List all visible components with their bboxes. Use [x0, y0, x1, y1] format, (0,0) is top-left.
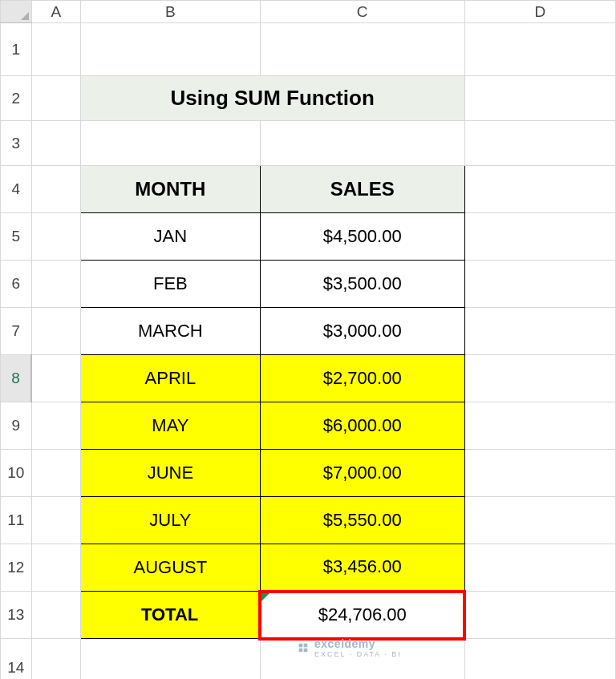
cell-A13[interactable] [31, 592, 80, 639]
col-header-C[interactable]: C [260, 1, 464, 23]
col-header-B[interactable]: B [80, 1, 260, 23]
cell-month-6[interactable]: JULY [80, 497, 260, 544]
cell-month-2[interactable]: MARCH [80, 308, 260, 355]
cell-month-5[interactable]: JUNE [80, 450, 260, 497]
cell-month-4[interactable]: MAY [80, 402, 260, 450]
cell-sales-4[interactable]: $6,000.00 [260, 402, 464, 450]
total-label[interactable]: TOTAL [80, 592, 260, 639]
row-header-9[interactable]: 9 [1, 402, 32, 450]
cell-A10[interactable] [31, 450, 80, 497]
cell-month-1[interactable]: FEB [80, 261, 260, 308]
cell-D8[interactable] [464, 355, 615, 402]
title-cell[interactable]: Using SUM Function [80, 76, 464, 121]
cell-sales-7[interactable]: $3,456.00 [260, 544, 464, 592]
cell-D9[interactable] [464, 402, 615, 450]
row-header-8[interactable]: 8 [1, 355, 32, 402]
watermark: exceldemy EXCEL · DATA · BI [297, 637, 402, 658]
cell-A9[interactable] [31, 402, 80, 450]
cell-D6[interactable] [464, 261, 615, 308]
row-header-1[interactable]: 1 [1, 23, 32, 76]
spreadsheet-grid[interactable]: A B C D 1 2 Using SUM Function 3 4 MONTH… [0, 0, 616, 679]
row-header-10[interactable]: 10 [1, 450, 32, 497]
row-header-12[interactable]: 12 [1, 544, 32, 592]
cell-A1[interactable] [31, 23, 80, 76]
cell-D12[interactable] [464, 544, 615, 592]
header-sales[interactable]: SALES [260, 166, 464, 213]
cell-D10[interactable] [464, 450, 615, 497]
cell-A5[interactable] [31, 213, 80, 261]
cell-sales-1[interactable]: $3,500.00 [260, 261, 464, 308]
cell-D14[interactable] [464, 639, 615, 680]
header-month[interactable]: MONTH [80, 166, 260, 213]
cell-A6[interactable] [31, 261, 80, 308]
cell-D4[interactable] [464, 166, 615, 213]
cell-sales-5[interactable]: $7,000.00 [260, 450, 464, 497]
cell-sales-3[interactable]: $2,700.00 [260, 355, 464, 402]
cell-C1[interactable] [260, 23, 464, 76]
cell-D5[interactable] [464, 213, 615, 261]
row-header-11[interactable]: 11 [1, 497, 32, 544]
row-header-4[interactable]: 4 [1, 166, 32, 213]
cell-D7[interactable] [464, 308, 615, 355]
cell-B3[interactable] [80, 121, 260, 166]
cell-A8[interactable] [31, 355, 80, 402]
row-header-13[interactable]: 13 [1, 592, 32, 639]
cell-A11[interactable] [31, 497, 80, 544]
cell-C3[interactable] [260, 121, 464, 166]
row-header-6[interactable]: 6 [1, 261, 32, 308]
cell-A12[interactable] [31, 544, 80, 592]
cell-month-0[interactable]: JAN [80, 213, 260, 261]
total-value[interactable]: $24,706.00 [260, 592, 464, 639]
cell-D13[interactable] [464, 592, 615, 639]
cell-A3[interactable] [31, 121, 80, 166]
cell-B1[interactable] [80, 23, 260, 76]
cell-month-3[interactable]: APRIL [80, 355, 260, 402]
cell-sales-6[interactable]: $5,550.00 [260, 497, 464, 544]
cell-D2[interactable] [464, 76, 615, 121]
watermark-tag: EXCEL · DATA · BI [314, 650, 402, 658]
cell-B14[interactable] [80, 639, 260, 680]
col-header-D[interactable]: D [464, 1, 615, 23]
cell-sales-2[interactable]: $3,000.00 [260, 308, 464, 355]
cell-A7[interactable] [31, 308, 80, 355]
col-header-A[interactable]: A [31, 1, 80, 23]
watermark-brand: exceldemy [314, 637, 402, 650]
logo-icon [297, 641, 310, 654]
cell-D11[interactable] [464, 497, 615, 544]
cell-D3[interactable] [464, 121, 615, 166]
row-header-14[interactable]: 14 [1, 639, 32, 680]
cell-A4[interactable] [31, 166, 80, 213]
select-all-corner[interactable] [1, 1, 32, 23]
cell-sales-0[interactable]: $4,500.00 [260, 213, 464, 261]
row-header-5[interactable]: 5 [1, 213, 32, 261]
cell-A14[interactable] [31, 639, 80, 680]
row-header-3[interactable]: 3 [1, 121, 32, 166]
row-header-7[interactable]: 7 [1, 308, 32, 355]
row-header-2[interactable]: 2 [1, 76, 32, 121]
cell-month-7[interactable]: AUGUST [80, 544, 260, 592]
cell-A2[interactable] [31, 76, 80, 121]
cell-D1[interactable] [464, 23, 615, 76]
